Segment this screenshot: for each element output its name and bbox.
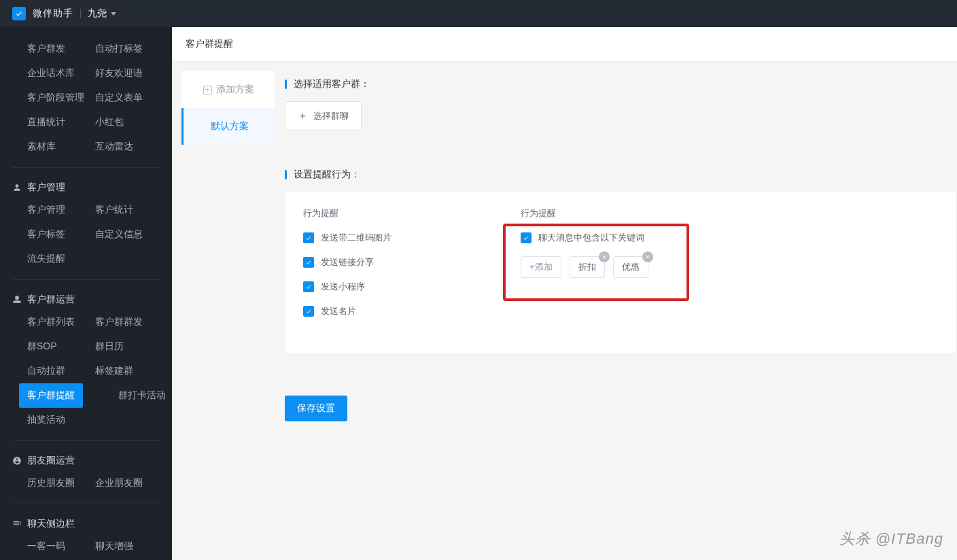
checkbox-row[interactable]: 发送带二维码图片 bbox=[303, 232, 480, 244]
sidebar-item[interactable]: 群SOP bbox=[0, 334, 68, 359]
section-title-behavior: 设置提醒行为： bbox=[285, 169, 957, 181]
sidebar-item[interactable]: 客户群群发 bbox=[68, 310, 150, 334]
sidebar-item[interactable]: 客户阶段管理 bbox=[0, 86, 68, 110]
page-title: 客户群提醒 bbox=[172, 27, 957, 62]
checkbox-row[interactable]: 发送链接分享 bbox=[303, 256, 480, 268]
select-group-button[interactable]: ＋ 选择群聊 bbox=[285, 101, 362, 130]
section-title-groups: 选择适用客户群： bbox=[285, 78, 957, 90]
behavior-head-left: 行为提醒 bbox=[303, 207, 480, 220]
save-button[interactable]: 保存设置 bbox=[285, 396, 347, 421]
sidebar-item[interactable]: 企业朋友圈 bbox=[68, 471, 150, 495]
sidebar-section-header[interactable]: 聊天侧边栏 bbox=[0, 514, 172, 534]
tag-remove-button[interactable] bbox=[599, 251, 610, 262]
keyword-tags: +添加 折扣优惠 bbox=[521, 256, 939, 278]
app-logo-icon bbox=[12, 7, 26, 20]
checkbox-keywords[interactable]: 聊天消息中包含以下关键词 bbox=[521, 232, 939, 244]
sidebar-item[interactable]: 客户标签 bbox=[0, 222, 68, 247]
scheme-item[interactable]: 默认方案 bbox=[181, 108, 275, 145]
topbar: 微伴助手 九尧 bbox=[0, 0, 957, 27]
sidebar-item[interactable]: 好友欢迎语 bbox=[68, 61, 150, 86]
sidebar-item[interactable]: 流失提醒 bbox=[0, 247, 68, 271]
sidebar-section-header[interactable]: 客户管理 bbox=[0, 177, 172, 198]
sidebar-item[interactable]: 客户统计 bbox=[68, 198, 150, 222]
plus-icon: ＋ bbox=[298, 109, 308, 122]
checkbox-checked-icon bbox=[303, 281, 314, 292]
sidebar-item-active[interactable]: 客户群提醒 bbox=[19, 383, 83, 408]
sidebar-item[interactable]: 标签建群 bbox=[68, 359, 150, 383]
sidebar-item[interactable]: 自定义信息 bbox=[68, 222, 150, 247]
add-keyword-button[interactable]: +添加 bbox=[521, 256, 561, 278]
sidebar-item[interactable]: 客户群发 bbox=[0, 37, 68, 61]
config-panel: 选择适用客户群： ＋ 选择群聊 设置提醒行为： 行为提醒 发送带二维码图片发送链… bbox=[285, 71, 957, 560]
checkbox-checked-icon bbox=[303, 257, 314, 268]
scheme-panel: + 添加方案 默认方案 bbox=[181, 71, 275, 145]
behavior-card: 行为提醒 发送带二维码图片发送链接分享发送小程序发送名片 行为提醒 聊天消息中包… bbox=[285, 192, 957, 353]
add-scheme-button[interactable]: + 添加方案 bbox=[181, 71, 275, 108]
behavior-col-right: 行为提醒 聊天消息中包含以下关键词 +添加 折扣优惠 bbox=[521, 207, 939, 330]
checkbox-checked-icon bbox=[303, 232, 314, 243]
sidebar-item[interactable]: 小红包 bbox=[68, 110, 150, 135]
sidebar-item[interactable]: 互动雷达 bbox=[68, 135, 150, 159]
checkbox-row[interactable]: 发送小程序 bbox=[303, 281, 480, 293]
sidebar-item[interactable]: 企业话术库 bbox=[0, 61, 68, 86]
sidebar-item[interactable]: 自动拉群 bbox=[0, 359, 68, 383]
checkbox-checked-icon bbox=[303, 306, 314, 317]
checkbox-row[interactable]: 发送名片 bbox=[303, 305, 480, 317]
sidebar-item[interactable]: 客户管理 bbox=[0, 198, 68, 222]
sidebar-item[interactable]: 一客一码 bbox=[0, 534, 68, 559]
sidebar-item[interactable]: 自定义表单 bbox=[68, 86, 150, 110]
tenant-name: 九尧 bbox=[88, 7, 107, 20]
sidebar-item[interactable]: 客户群列表 bbox=[0, 310, 68, 334]
sidebar-item[interactable]: 素材库 bbox=[0, 135, 68, 159]
sidebar-item[interactable]: 抽奖活动 bbox=[0, 408, 68, 432]
sidebar-section-header[interactable]: 朋友圈运营 bbox=[0, 451, 172, 471]
tenant-selector[interactable]: 九尧 bbox=[88, 7, 116, 20]
behavior-head-right: 行为提醒 bbox=[521, 207, 939, 220]
behavior-col-left: 行为提醒 发送带二维码图片发送链接分享发送小程序发送名片 bbox=[303, 207, 480, 330]
sidebar-item[interactable]: 历史朋友圈 bbox=[0, 471, 68, 495]
sidebar-item[interactable]: 直播统计 bbox=[0, 110, 68, 135]
sidebar: 客户群发自动打标签企业话术库好友欢迎语客户阶段管理自定义表单直播统计小红包素材库… bbox=[0, 27, 172, 560]
sidebar-item[interactable]: 聊天增强 bbox=[68, 534, 150, 559]
main: 客户群提醒 + 添加方案 默认方案 选择适用客户群： ＋ 选择群聊 bbox=[172, 27, 957, 560]
chevron-down-icon bbox=[111, 12, 116, 16]
sidebar-section-header[interactable]: 客户群运营 bbox=[0, 290, 172, 310]
tag-remove-button[interactable] bbox=[642, 251, 653, 262]
keyword-tag: 折扣 bbox=[570, 256, 605, 278]
keyword-tag: 优惠 bbox=[613, 256, 648, 278]
sidebar-item[interactable]: 自动打标签 bbox=[68, 37, 150, 61]
topbar-divider bbox=[80, 9, 81, 18]
app-name: 微伴助手 bbox=[33, 7, 73, 20]
sidebar-item[interactable]: 群打卡活动 bbox=[91, 383, 172, 408]
plus-square-icon: + bbox=[203, 86, 212, 94]
sidebar-item[interactable]: 群日历 bbox=[68, 334, 150, 359]
checkbox-checked-icon bbox=[521, 232, 532, 243]
